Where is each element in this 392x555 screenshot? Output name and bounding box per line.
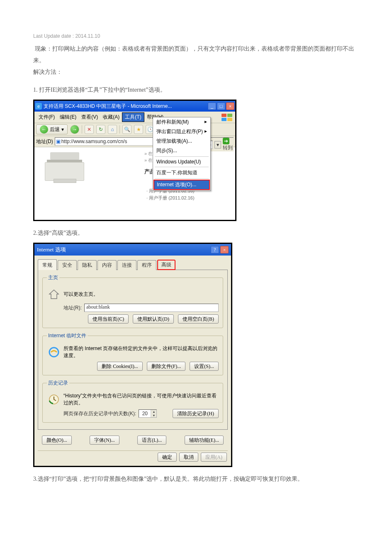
go-arrow-icon: ➔ bbox=[223, 138, 229, 144]
dd-manage-addons[interactable]: 管理加载项(A)... bbox=[153, 136, 210, 146]
menu-tools[interactable]: 工具(T) bbox=[122, 112, 144, 122]
tab-strip: 常规 安全 隐私 内容 连接 程序 高级 bbox=[34, 256, 231, 270]
use-blank-page-button[interactable]: 使用空白页(B) bbox=[178, 314, 219, 324]
menu-favorites[interactable]: 收藏(A) bbox=[100, 113, 122, 122]
accessibility-button[interactable]: 辅助功能(E)... bbox=[185, 436, 224, 445]
manual-link-2[interactable]: · 用户手册 (2011.02.16) bbox=[146, 195, 195, 201]
tab-body-general: 主页 可以更改主页。 地址(R): about:blank 使用当前页(C) 使… bbox=[38, 270, 228, 430]
ie-window-title: 支持适用 SCX-4833HD 中国三星电子 - Microsoft Inter… bbox=[44, 103, 208, 110]
toolbar-separator bbox=[82, 125, 82, 134]
tempfiles-group: Internet 临时文件 所查看的 Internet 页存储在特定的文件夹中，… bbox=[42, 332, 223, 375]
address-label: 地址(D) bbox=[36, 138, 53, 145]
menu-edit[interactable]: 编辑(E) bbox=[57, 113, 79, 122]
history-icon bbox=[47, 392, 61, 407]
windows-logo-icon bbox=[221, 113, 234, 122]
home-icon bbox=[47, 287, 61, 301]
dialog-title: Internet 选项 bbox=[37, 246, 211, 253]
tempfiles-settings-button[interactable]: 设置(S)... bbox=[190, 362, 219, 371]
dd-mail-news[interactable]: 邮件和新闻(M)▸ bbox=[153, 117, 210, 127]
menu-file[interactable]: 文件(F) bbox=[36, 113, 57, 122]
submenu-arrow-icon: ▸ bbox=[205, 119, 207, 126]
search-button[interactable]: 🔍 bbox=[122, 125, 131, 134]
stop-button[interactable]: ✕ bbox=[85, 125, 94, 134]
tab-general[interactable]: 常规 bbox=[38, 259, 57, 270]
dialog-close-button[interactable]: × bbox=[220, 246, 229, 253]
fonts-button[interactable]: 字体(N)... bbox=[90, 436, 119, 445]
last-update-line: Last Update date : 2014.11.10 bbox=[33, 33, 359, 39]
toolbar-separator bbox=[119, 125, 120, 134]
tab-programs[interactable]: 程序 bbox=[137, 260, 156, 270]
favorites-button[interactable]: ★ bbox=[134, 125, 143, 134]
ok-button[interactable]: 确定 bbox=[158, 453, 177, 462]
homepage-address-input[interactable]: about:blank bbox=[84, 304, 219, 312]
help-button[interactable]: ? bbox=[211, 246, 219, 253]
history-group: 历史记录 “History”文件夹中包含有已访问页的链接，可使用户快速访问最近查… bbox=[42, 380, 223, 423]
general-extras-row: 颜色(O)... 字体(N)... 语言(L)... 辅助功能(E)... bbox=[38, 433, 228, 449]
step-2: 2.选择“高级”选项。 bbox=[33, 229, 359, 237]
ie-window: e 支持适用 SCX-4833HD 中国三星电子 - Microsoft Int… bbox=[33, 100, 236, 221]
home-button[interactable]: ⌂ bbox=[108, 125, 117, 134]
history-desc: “History”文件夹中包含有已访问页的链接，可使用户快速访问最近查看过的页。 bbox=[63, 392, 219, 407]
use-default-page-button[interactable]: 使用默认页(D) bbox=[133, 314, 174, 324]
close-button[interactable]: × bbox=[226, 102, 234, 110]
dialog-footer: 确定 取消 应用(A) bbox=[34, 451, 231, 466]
dd-windows-update[interactable]: Windows Update(U) bbox=[153, 158, 210, 166]
dd-popup-blocker[interactable]: 弹出窗口阻止程序(P)▸ bbox=[153, 127, 210, 136]
description-block: 现象：打印网站上的内容（例如：表格或者有背景图的页面），只有文字内容打印出来，表… bbox=[33, 43, 359, 78]
clear-history-button[interactable]: 清除历史记录(H) bbox=[173, 409, 219, 418]
ie-titlebar: e 支持适用 SCX-4833HD 中国三星电子 - Microsoft Int… bbox=[34, 101, 235, 112]
tempfiles-desc: 所查看的 Internet 页存储在特定的文件夹中，这样可以提高以后浏览的速度。 bbox=[63, 345, 219, 359]
back-arrow-icon: ← bbox=[40, 125, 48, 134]
homepage-legend: 主页 bbox=[47, 274, 59, 281]
tab-connections[interactable]: 连接 bbox=[117, 260, 136, 270]
history-legend: 历史记录 bbox=[47, 380, 69, 387]
desc-line-1: 现象：打印网站上的内容（例如：表格或者有背景图的页面），只有文字内容打印出来，表… bbox=[33, 43, 359, 66]
homepage-desc: 可以更改主页。 bbox=[63, 291, 219, 298]
dropdown-icon[interactable]: ▾ bbox=[214, 141, 221, 148]
svg-point-0 bbox=[49, 348, 58, 357]
delete-files-button[interactable]: 删除文件(F)... bbox=[147, 362, 186, 371]
languages-button[interactable]: 语言(L)... bbox=[137, 436, 166, 445]
spin-down-icon[interactable]: ▼ bbox=[151, 414, 156, 417]
ie-page-body: 邮件和新闻(M)▸ 弹出窗口阻止程序(P)▸ 管理加载项(A)... 同步(S)… bbox=[34, 147, 235, 220]
tab-content[interactable]: 内容 bbox=[97, 260, 117, 270]
ie-icon: e bbox=[35, 103, 42, 110]
tab-advanced[interactable]: 高级 bbox=[157, 260, 175, 270]
dd-sync[interactable]: 同步(S)... bbox=[153, 146, 210, 156]
dd-internet-options[interactable]: Internet 选项(O)... bbox=[153, 180, 210, 190]
minimize-button[interactable]: _ bbox=[208, 102, 216, 110]
use-current-page-button[interactable]: 使用当前页(C) bbox=[88, 314, 129, 324]
dd-separator bbox=[155, 178, 209, 179]
tools-dropdown: 邮件和新闻(M)▸ 弹出窗口阻止程序(P)▸ 管理加载项(A)... 同步(S)… bbox=[153, 117, 211, 191]
go-button[interactable]: ➔ 转到 bbox=[223, 138, 233, 151]
tab-security[interactable]: 安全 bbox=[58, 260, 77, 270]
forward-button[interactable]: → bbox=[70, 125, 79, 134]
homepage-address-label: 地址(R): bbox=[63, 304, 82, 312]
menu-view[interactable]: 查看(V) bbox=[79, 113, 100, 122]
cancel-button[interactable]: 取消 bbox=[179, 453, 198, 462]
submenu-arrow-icon: ▸ bbox=[205, 128, 207, 135]
page-type-icon: ▣ bbox=[56, 139, 61, 144]
dd-separator bbox=[155, 167, 209, 167]
go-label: 转到 bbox=[223, 145, 233, 151]
colors-button[interactable]: 颜色(O)... bbox=[42, 436, 72, 445]
maximize-button[interactable]: □ bbox=[217, 102, 225, 110]
desc-line-2: 解决方法： bbox=[33, 66, 359, 78]
address-url-left: http://www.samsung.com/cn/s bbox=[61, 139, 127, 144]
homepage-group: 主页 可以更改主页。 地址(R): about:blank 使用当前页(C) 使… bbox=[42, 274, 223, 328]
refresh-button[interactable]: ↻ bbox=[96, 125, 105, 134]
apply-button[interactable]: 应用(A) bbox=[201, 453, 227, 462]
back-label: 后退 bbox=[50, 126, 60, 133]
delete-cookies-button[interactable]: 删除 Cookies(I)... bbox=[97, 362, 142, 371]
step-3: 3.选择“打印”选项，把“打印背景颜色和图像”选中，默认是关。将此功能打开，按确… bbox=[33, 475, 359, 483]
chevron-down-icon: ▾ bbox=[61, 127, 64, 132]
history-days-label: 网页保存在历史记录中的天数(K): bbox=[63, 410, 136, 417]
dd-baidu[interactable]: 百度一下,你就知道 bbox=[153, 168, 210, 178]
history-days-spinner[interactable]: 20 ▲▼ bbox=[139, 409, 157, 418]
tempfiles-legend: Internet 临时文件 bbox=[47, 332, 88, 339]
back-button[interactable]: ← 后退 ▾ bbox=[36, 124, 68, 134]
tab-privacy[interactable]: 隐私 bbox=[78, 260, 97, 270]
zai-text-1: » 在 bbox=[144, 151, 153, 157]
ie-tempfiles-icon bbox=[47, 345, 61, 359]
spin-up-icon[interactable]: ▲ bbox=[151, 410, 156, 414]
